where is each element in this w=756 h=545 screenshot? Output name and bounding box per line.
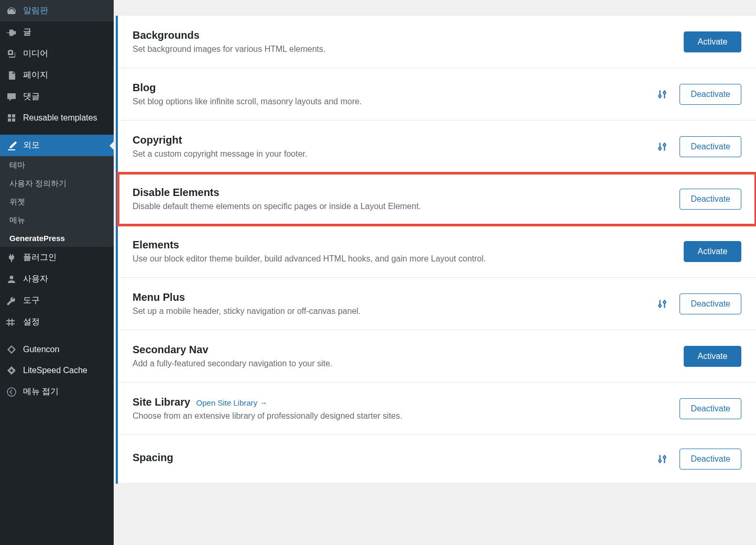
sliders-icon[interactable]	[656, 89, 668, 100]
module-title: Backgrounds	[133, 29, 684, 41]
settings-icon	[6, 317, 17, 328]
module-row-6: Secondary NavAdd a fully-featured second…	[118, 330, 756, 383]
submenu-item-4[interactable]: GeneratePress	[0, 230, 114, 247]
module-actions: Activate	[684, 31, 741, 52]
svg-rect-1	[12, 114, 15, 117]
sidebar-label: 설정	[23, 317, 40, 328]
module-row-5: Menu PlusSet up a mobile header, sticky …	[118, 278, 756, 330]
module-desc: Add a fully-featured secondary navigatio…	[133, 359, 684, 368]
svg-rect-2	[8, 118, 11, 122]
admin-sidebar: 알림판글미디어페이지댓글Reusable templates외모테마사용자 정의…	[0, 0, 114, 545]
module-desc: Set blog options like infinite scroll, m…	[133, 97, 656, 106]
deactivate-button[interactable]: Deactivate	[680, 136, 741, 157]
module-actions: Activate	[684, 241, 741, 262]
sidebar-item-4[interactable]: 댓글	[0, 86, 114, 107]
module-info: Menu PlusSet up a mobile header, sticky …	[133, 291, 656, 316]
sidebar-label: 외모	[23, 140, 40, 151]
module-title: Site Library Open Site Library →	[133, 396, 680, 408]
deactivate-button[interactable]: Deactivate	[680, 398, 741, 419]
module-title: Disable Elements	[133, 187, 680, 199]
module-info: Spacing	[133, 452, 656, 467]
submenu-item-2[interactable]: 위젯	[0, 193, 114, 211]
sidebar-item-12[interactable]: LiteSpeed Cache	[0, 360, 114, 381]
dashboard-icon	[6, 6, 17, 16]
main-content: BackgroundsSet background images for var…	[114, 0, 756, 545]
sidebar-item-0[interactable]: 알림판	[0, 0, 114, 21]
sidebar-label: LiteSpeed Cache	[23, 366, 87, 375]
module-actions: Deactivate	[656, 136, 741, 157]
sidebar-label: 글	[23, 27, 31, 38]
plugin-icon	[6, 253, 17, 263]
module-info: Disable ElementsDisable default theme el…	[133, 187, 680, 211]
sidebar-item-2[interactable]: 미디어	[0, 43, 114, 64]
collapse-icon	[6, 387, 17, 397]
sliders-icon[interactable]	[656, 453, 668, 465]
module-title: Menu Plus	[133, 291, 656, 303]
sidebar-item-11[interactable]: Gutencon	[0, 339, 114, 360]
sidebar-label: 사용자	[23, 274, 48, 285]
module-link[interactable]: Open Site Library →	[196, 398, 268, 407]
sidebar-item-3[interactable]: 페이지	[0, 64, 114, 86]
user-icon	[6, 274, 17, 285]
deactivate-button[interactable]: Deactivate	[680, 189, 741, 210]
module-actions: Deactivate	[656, 84, 741, 105]
sidebar-item-10[interactable]: 설정	[0, 311, 114, 333]
module-title: Elements	[133, 239, 684, 251]
deactivate-button[interactable]: Deactivate	[680, 293, 741, 314]
sidebar-item-7[interactable]: 플러그인	[0, 247, 114, 268]
module-actions: Activate	[684, 346, 741, 367]
module-info: Secondary NavAdd a fully-featured second…	[133, 344, 684, 368]
activate-button[interactable]: Activate	[684, 241, 741, 262]
module-actions: Deactivate	[656, 293, 741, 314]
module-row-1: BlogSet blog options like infinite scrol…	[118, 68, 756, 121]
module-info: BlogSet blog options like infinite scrol…	[133, 82, 656, 106]
submenu-item-1[interactable]: 사용자 정의하기	[0, 175, 114, 193]
module-row-7: Site Library Open Site Library →Choose f…	[118, 383, 756, 435]
module-actions: Deactivate	[656, 449, 741, 470]
sliders-icon[interactable]	[656, 298, 668, 310]
deactivate-button[interactable]: Deactivate	[680, 84, 741, 105]
module-desc: Set up a mobile header, sticky navigatio…	[133, 307, 656, 316]
module-desc: Choose from an extensive library of prof…	[133, 411, 680, 421]
submenu: 테마사용자 정의하기위젯메뉴GeneratePress	[0, 156, 114, 247]
deactivate-button[interactable]: Deactivate	[680, 449, 741, 470]
sidebar-item-1[interactable]: 글	[0, 21, 114, 43]
module-desc: Set background images for various HTML e…	[133, 45, 684, 54]
submenu-item-3[interactable]: 메뉴	[0, 211, 114, 230]
module-title: Blog	[133, 82, 656, 94]
module-row-4: ElementsUse our block editor theme build…	[118, 225, 756, 278]
submenu-item-0[interactable]: 테마	[0, 156, 114, 175]
module-row-3: Disable ElementsDisable default theme el…	[118, 173, 756, 225]
module-info: BackgroundsSet background images for var…	[133, 29, 684, 54]
module-actions: Deactivate	[680, 398, 741, 419]
activate-button[interactable]: Activate	[684, 346, 741, 367]
sidebar-item-8[interactable]: 사용자	[0, 268, 114, 290]
sidebar-label: 미디어	[23, 48, 48, 59]
sidebar-label: 알림판	[23, 5, 48, 16]
sidebar-label: 플러그인	[23, 252, 57, 263]
media-icon	[6, 49, 17, 59]
sidebar-label: 도구	[23, 295, 40, 306]
module-desc: Disable default theme elements on specif…	[133, 202, 680, 211]
module-row-0: BackgroundsSet background images for var…	[118, 16, 756, 68]
activate-button[interactable]: Activate	[684, 31, 741, 52]
module-info: CopyrightSet a custom copyright message …	[133, 134, 656, 159]
sidebar-item-13[interactable]: 메뉴 접기	[0, 381, 114, 402]
sliders-icon[interactable]	[656, 141, 668, 152]
sidebar-label: 메뉴 접기	[23, 386, 59, 397]
module-info: ElementsUse our block editor theme build…	[133, 239, 684, 264]
module-info: Site Library Open Site Library →Choose f…	[133, 396, 680, 421]
sidebar-item-5[interactable]: Reusable templates	[0, 107, 114, 128]
brush-icon	[6, 140, 17, 151]
module-desc: Use our block editor theme builder, buil…	[133, 254, 684, 264]
bolt-icon	[6, 365, 17, 376]
comment-icon	[6, 92, 17, 102]
diamond-icon	[6, 344, 17, 355]
sidebar-item-6[interactable]: 외모	[0, 135, 114, 156]
module-title: Copyright	[133, 134, 656, 146]
module-row-2: CopyrightSet a custom copyright message …	[118, 121, 756, 173]
module-actions: Deactivate	[680, 189, 741, 210]
module-title: Secondary Nav	[133, 344, 684, 356]
sidebar-item-9[interactable]: 도구	[0, 290, 114, 311]
svg-point-4	[7, 388, 16, 396]
